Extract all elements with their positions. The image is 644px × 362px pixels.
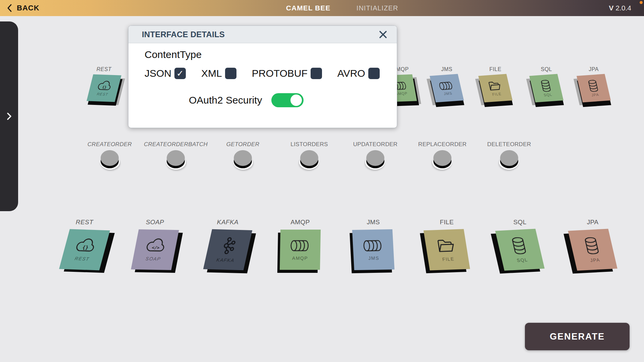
operation-label: REPLACEORDER bbox=[409, 141, 476, 148]
tile-rest: REST {} REST bbox=[56, 219, 113, 270]
kafka-icon bbox=[220, 237, 237, 254]
top-tile-jms[interactable]: JMS JMS bbox=[428, 66, 465, 102]
queue-icon bbox=[289, 239, 311, 252]
queue-icon bbox=[362, 239, 384, 252]
folder-icon bbox=[435, 238, 457, 254]
top-tile-sql[interactable]: SQL SQL bbox=[528, 66, 565, 102]
operation-deleteorder: DELETEORDER bbox=[476, 141, 543, 170]
option-checkbox[interactable] bbox=[225, 68, 236, 79]
modal-body: ContentType JSON XML PROTOBUF AVRO bbox=[128, 43, 397, 107]
modal-title: INTERFACE DETAILS bbox=[142, 30, 225, 39]
queue-icon bbox=[437, 80, 455, 91]
operation-label: CREATEORDER bbox=[76, 141, 143, 148]
content-type-label: ContentType bbox=[145, 49, 397, 60]
version-number: 2.0.4 bbox=[615, 4, 631, 12]
app-subtitle: INITIALIZER bbox=[357, 4, 398, 12]
sidebar-expand-flap[interactable] bbox=[0, 21, 18, 211]
tile-button[interactable]: AMQP bbox=[280, 230, 320, 270]
tile-inner-label: SQL bbox=[543, 92, 553, 97]
tile-jms: JMS JMS bbox=[345, 219, 402, 270]
top-bar: BACK CAMEL BEE INITIALIZER V2.0.4 bbox=[0, 0, 644, 16]
tile-inner-label: JPA bbox=[590, 257, 601, 262]
generate-label: GENERATE bbox=[550, 331, 605, 342]
knob-button[interactable] bbox=[165, 150, 186, 170]
toggle-knob bbox=[290, 95, 302, 106]
knob-button[interactable] bbox=[299, 150, 320, 170]
operation-label: DELETEORDER bbox=[476, 141, 543, 148]
tile-inner-label: KAFKA bbox=[216, 257, 235, 263]
tile-button[interactable]: SQL bbox=[500, 230, 540, 270]
option-label: PROTOBUF bbox=[252, 68, 308, 79]
tile-label: FILE bbox=[477, 66, 514, 73]
database-icon bbox=[539, 79, 552, 92]
tile-jpa: JPA JPA bbox=[564, 219, 621, 270]
folder-icon bbox=[487, 80, 503, 91]
content-type-option-json[interactable]: JSON bbox=[145, 68, 186, 79]
knob-button[interactable] bbox=[99, 150, 120, 170]
top-tile-jpa[interactable]: JPA JPA bbox=[575, 66, 612, 102]
tile-button[interactable]: {} REST bbox=[64, 230, 105, 270]
operation-listorders: LISTORDERS bbox=[276, 141, 343, 170]
tile-label: KAFKA bbox=[199, 219, 256, 227]
tile-file: FILE FILE bbox=[418, 219, 475, 270]
tile-inner-label: FILE bbox=[492, 92, 502, 96]
tile-label: JPA bbox=[575, 66, 612, 73]
option-checkbox[interactable] bbox=[174, 68, 186, 79]
tile-label: AMQP bbox=[272, 219, 329, 227]
content-type-option-protobuf[interactable]: PROTOBUF bbox=[252, 68, 322, 79]
tile-sql: SQL SQL bbox=[491, 219, 548, 270]
tile-amqp: AMQP AMQP bbox=[272, 219, 329, 270]
knob-button[interactable] bbox=[432, 150, 453, 170]
close-button[interactable] bbox=[378, 29, 388, 40]
top-tile-file[interactable]: FILE FILE bbox=[477, 66, 514, 102]
tile-label: FILE bbox=[418, 219, 475, 227]
top-tile-rest[interactable]: REST {} REST bbox=[86, 66, 122, 102]
operation-createorder: CREATEORDER bbox=[76, 141, 143, 170]
tile-button[interactable]: FILE bbox=[427, 230, 467, 270]
close-icon bbox=[379, 30, 387, 39]
operation-updateorder: UPDATEORDER bbox=[342, 141, 409, 170]
svg-text:{}: {} bbox=[102, 85, 107, 89]
tile-inner-label: JMS bbox=[443, 91, 453, 96]
tile-label: REST bbox=[56, 219, 113, 227]
generate-button[interactable]: GENERATE bbox=[525, 323, 630, 350]
version-prefix: V bbox=[609, 4, 613, 12]
tile-inner-label: AMQP bbox=[292, 255, 308, 261]
option-checkbox[interactable] bbox=[368, 68, 380, 79]
database-icon bbox=[583, 237, 601, 255]
back-label: BACK bbox=[17, 4, 40, 12]
content-type-option-avro[interactable]: AVRO bbox=[337, 68, 380, 79]
tile-inner-label: REST bbox=[74, 256, 90, 261]
tile-label: REST bbox=[86, 66, 122, 73]
notification-dot bbox=[640, 1, 643, 4]
tile-button[interactable]: </> SOAP bbox=[135, 230, 175, 270]
tile-button[interactable]: JPA bbox=[573, 230, 613, 270]
tile-inner-label: REST bbox=[97, 92, 109, 96]
version-label: V2.0.4 bbox=[609, 4, 631, 12]
tile-label: SQL bbox=[528, 66, 565, 73]
knob-button[interactable] bbox=[232, 150, 254, 170]
oauth-security-toggle[interactable] bbox=[271, 93, 304, 107]
tile-inner-label: JPA bbox=[591, 93, 599, 97]
operation-label: GETORDER bbox=[209, 141, 276, 148]
tile-label: JMS bbox=[345, 219, 402, 227]
camel-bee-initializer-screen: BACK CAMEL BEE INITIALIZER V2.0.4 REST {… bbox=[0, 0, 644, 362]
knob-button[interactable] bbox=[498, 150, 520, 170]
svg-text:</>: </> bbox=[151, 245, 160, 250]
option-label: JSON bbox=[145, 68, 171, 79]
tile-inner-label: JMS bbox=[368, 255, 379, 261]
operation-label: UPDATEORDER bbox=[342, 141, 409, 148]
knob-button[interactable] bbox=[365, 150, 386, 170]
content-type-options: JSON XML PROTOBUF AVRO bbox=[145, 68, 397, 79]
tile-label: JPA bbox=[564, 219, 621, 227]
option-checkbox[interactable] bbox=[311, 68, 322, 79]
tile-button[interactable]: JMS bbox=[353, 230, 393, 270]
database-icon bbox=[587, 79, 599, 92]
tile-label: SOAP bbox=[126, 219, 183, 227]
tile-kafka: KAFKA KAFKA bbox=[199, 219, 256, 270]
app-title: CAMEL BEE bbox=[286, 4, 330, 12]
content-type-option-xml[interactable]: XML bbox=[201, 68, 236, 79]
tile-button[interactable]: KAFKA bbox=[208, 230, 248, 270]
back-button[interactable]: BACK bbox=[7, 4, 40, 12]
option-label: AVRO bbox=[337, 68, 365, 79]
